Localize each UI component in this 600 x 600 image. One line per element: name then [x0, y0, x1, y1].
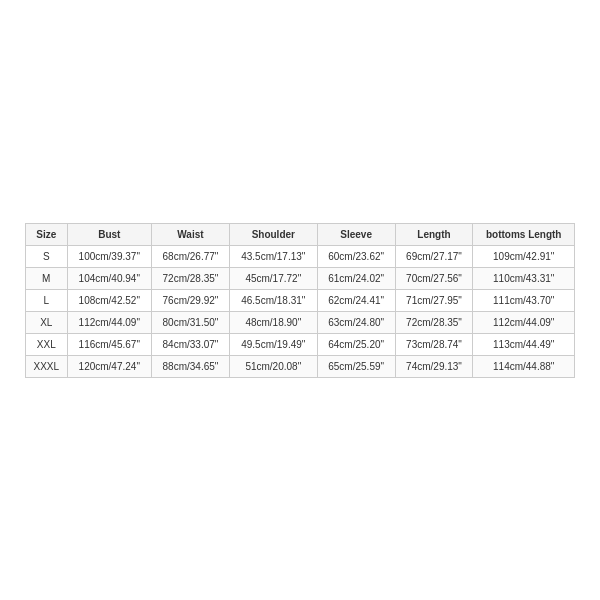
- measurement-cell: 72cm/28.35": [152, 267, 230, 289]
- measurement-cell: 74cm/29.13": [395, 355, 473, 377]
- column-header: bottoms Length: [473, 223, 575, 245]
- measurement-cell: 80cm/31.50": [152, 311, 230, 333]
- column-header: Size: [26, 223, 68, 245]
- measurement-cell: 70cm/27.56": [395, 267, 473, 289]
- measurement-cell: 48cm/18.90": [229, 311, 317, 333]
- table-body: S100cm/39.37"68cm/26.77"43.5cm/17.13"60c…: [26, 245, 575, 377]
- measurement-cell: 65cm/25.59": [317, 355, 395, 377]
- measurement-cell: 72cm/28.35": [395, 311, 473, 333]
- size-cell: XXL: [26, 333, 68, 355]
- measurement-cell: 110cm/43.31": [473, 267, 575, 289]
- column-header: Waist: [152, 223, 230, 245]
- column-header: Shoulder: [229, 223, 317, 245]
- table-row: L108cm/42.52"76cm/29.92"46.5cm/18.31"62c…: [26, 289, 575, 311]
- measurement-cell: 109cm/42.91": [473, 245, 575, 267]
- measurement-cell: 61cm/24.02": [317, 267, 395, 289]
- measurement-cell: 113cm/44.49": [473, 333, 575, 355]
- size-cell: XXXL: [26, 355, 68, 377]
- measurement-cell: 49.5cm/19.49": [229, 333, 317, 355]
- measurement-cell: 46.5cm/18.31": [229, 289, 317, 311]
- measurement-cell: 108cm/42.52": [67, 289, 152, 311]
- measurement-cell: 112cm/44.09": [473, 311, 575, 333]
- column-header: Sleeve: [317, 223, 395, 245]
- measurement-cell: 73cm/28.74": [395, 333, 473, 355]
- measurement-cell: 120cm/47.24": [67, 355, 152, 377]
- table-row: XL112cm/44.09"80cm/31.50"48cm/18.90"63cm…: [26, 311, 575, 333]
- column-header: Bust: [67, 223, 152, 245]
- measurement-cell: 45cm/17.72": [229, 267, 317, 289]
- size-cell: M: [26, 267, 68, 289]
- measurement-cell: 104cm/40.94": [67, 267, 152, 289]
- measurement-cell: 60cm/23.62": [317, 245, 395, 267]
- measurement-cell: 88cm/34.65": [152, 355, 230, 377]
- measurement-cell: 76cm/29.92": [152, 289, 230, 311]
- measurement-cell: 112cm/44.09": [67, 311, 152, 333]
- measurement-cell: 68cm/26.77": [152, 245, 230, 267]
- measurement-cell: 114cm/44.88": [473, 355, 575, 377]
- measurement-cell: 100cm/39.37": [67, 245, 152, 267]
- measurement-cell: 111cm/43.70": [473, 289, 575, 311]
- size-cell: XL: [26, 311, 68, 333]
- size-chart-container: SizeBustWaistShoulderSleeveLengthbottoms…: [15, 213, 585, 388]
- measurement-cell: 84cm/33.07": [152, 333, 230, 355]
- measurement-cell: 116cm/45.67": [67, 333, 152, 355]
- table-row: M104cm/40.94"72cm/28.35"45cm/17.72"61cm/…: [26, 267, 575, 289]
- table-row: XXL116cm/45.67"84cm/33.07"49.5cm/19.49"6…: [26, 333, 575, 355]
- table-row: S100cm/39.37"68cm/26.77"43.5cm/17.13"60c…: [26, 245, 575, 267]
- size-cell: L: [26, 289, 68, 311]
- measurement-cell: 62cm/24.41": [317, 289, 395, 311]
- table-row: XXXL120cm/47.24"88cm/34.65"51cm/20.08"65…: [26, 355, 575, 377]
- measurement-cell: 64cm/25.20": [317, 333, 395, 355]
- measurement-cell: 69cm/27.17": [395, 245, 473, 267]
- measurement-cell: 51cm/20.08": [229, 355, 317, 377]
- column-header: Length: [395, 223, 473, 245]
- size-chart-table: SizeBustWaistShoulderSleeveLengthbottoms…: [25, 223, 575, 378]
- measurement-cell: 63cm/24.80": [317, 311, 395, 333]
- table-header-row: SizeBustWaistShoulderSleeveLengthbottoms…: [26, 223, 575, 245]
- measurement-cell: 43.5cm/17.13": [229, 245, 317, 267]
- measurement-cell: 71cm/27.95": [395, 289, 473, 311]
- size-cell: S: [26, 245, 68, 267]
